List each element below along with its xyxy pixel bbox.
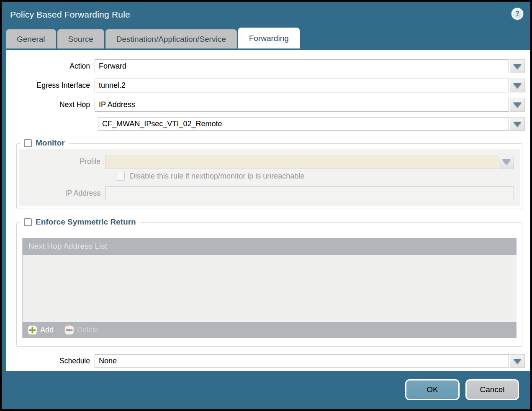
next-hop-address-row: CF_MWAN_IPsec_VTI_02_Remote [6, 117, 530, 131]
add-button[interactable]: Add [28, 325, 54, 335]
tab-general-label: General [17, 35, 45, 44]
next-hop-select[interactable]: IP Address [95, 98, 509, 112]
tab-source-label: Source [68, 35, 93, 44]
pbf-rule-dialog: Policy Based Forwarding Rule ? General S… [2, 2, 530, 409]
tab-forwarding[interactable]: Forwarding [238, 28, 300, 49]
schedule-dropdown-button[interactable] [510, 354, 525, 368]
disable-rule-row: Disable this rule if nexthop/monitor ip … [116, 172, 517, 181]
tab-destination-application-service[interactable]: Destination/Application/Service [105, 29, 237, 49]
monitor-checkbox[interactable] [24, 139, 32, 147]
next-hop-address-table: Next Hop Address List Add [22, 238, 517, 338]
action-dropdown-button[interactable] [510, 59, 525, 73]
cancel-button-label: Cancel [480, 385, 504, 394]
plus-icon [28, 325, 37, 335]
next-hop-address-list-column-header: Next Hop Address List [28, 242, 107, 251]
tab-destination-application-service-label: Destination/Application/Service [116, 35, 226, 44]
chevron-down-icon [513, 102, 522, 107]
chevron-down-icon [513, 83, 522, 88]
action-label: Action [6, 59, 95, 73]
chevron-down-icon [502, 159, 511, 164]
egress-interface-row: Egress Interface tunnel.2 [6, 79, 530, 92]
monitor-group-title: Monitor [36, 138, 65, 148]
next-hop-label: Next Hop [6, 98, 95, 112]
next-hop-address-table-body[interactable] [23, 255, 517, 322]
delete-button-label: Delete [77, 326, 99, 334]
action-select[interactable]: Forward [95, 59, 509, 73]
disable-rule-label: Disable this rule if nexthop/monitor ip … [130, 172, 304, 181]
ok-button-label: OK [427, 385, 438, 394]
screenshot-frame: Policy Based Forwarding Rule ? General S… [0, 0, 532, 411]
disable-rule-checkbox [116, 172, 125, 181]
egress-interface-dropdown-button[interactable] [510, 79, 525, 92]
next-hop-address-table-header: Next Hop Address List [23, 238, 517, 255]
delete-button: Delete [64, 325, 99, 335]
monitor-ip-address-input [105, 186, 514, 200]
dialog-titlebar: Policy Based Forwarding Rule [2, 2, 530, 28]
dialog-footer: OK Cancel [2, 370, 530, 409]
monitor-group: Monitor Profile Disable [16, 143, 522, 209]
dialog-title: Policy Based Forwarding Rule [10, 10, 130, 20]
enforce-symmetric-return-checkbox[interactable] [24, 218, 32, 226]
monitor-ip-address-label: IP Address [19, 186, 105, 200]
help-icon: ? [513, 9, 522, 18]
minus-icon [64, 325, 74, 335]
egress-interface-label: Egress Interface [6, 79, 95, 92]
forwarding-tab-panel: Action Forward Egress Interface tunnel.2 [6, 50, 530, 371]
profile-label: Profile [19, 155, 105, 168]
egress-interface-select[interactable]: tunnel.2 [95, 79, 509, 92]
help-button[interactable]: ? [511, 8, 523, 20]
tab-bar: General Source Destination/Application/S… [2, 28, 530, 49]
action-row: Action Forward [6, 59, 530, 73]
tab-forwarding-label: Forwarding [249, 34, 289, 43]
next-hop-address-dropdown-button[interactable] [510, 117, 525, 131]
next-hop-dropdown-button[interactable] [510, 98, 525, 112]
monitor-group-body: Profile Disable this rule if nexthop/mon… [19, 149, 520, 206]
profile-row: Profile [19, 155, 517, 168]
ok-button[interactable]: OK [405, 379, 460, 400]
schedule-row: Schedule None [6, 354, 530, 368]
schedule-label: Schedule [6, 354, 95, 368]
tab-source[interactable]: Source [57, 29, 104, 49]
chevron-down-icon [513, 64, 522, 69]
enforce-symmetric-return-group: Enforce Symmetric Return Next Hop Addres… [16, 222, 522, 347]
chevron-down-icon [513, 359, 522, 364]
chevron-down-icon [513, 122, 522, 127]
enforce-symmetric-return-title: Enforce Symmetric Return [36, 217, 136, 227]
profile-select [105, 155, 498, 168]
schedule-select[interactable]: None [95, 354, 509, 368]
cancel-button[interactable]: Cancel [465, 379, 519, 400]
next-hop-row: Next Hop IP Address [6, 98, 530, 112]
add-button-label: Add [40, 326, 54, 334]
next-hop-address-input[interactable]: CF_MWAN_IPsec_VTI_02_Remote [98, 117, 509, 131]
next-hop-address-table-footer: Add Delete [23, 322, 517, 338]
profile-dropdown-button [499, 155, 514, 168]
monitor-ip-address-row: IP Address [19, 186, 517, 200]
tab-general[interactable]: General [6, 29, 56, 49]
